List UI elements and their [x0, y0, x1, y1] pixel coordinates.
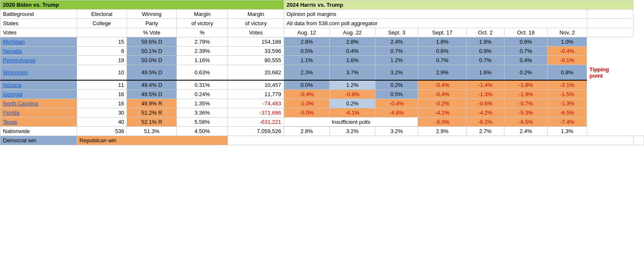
margin-pct-cell: 0.63%	[176, 65, 228, 80]
state-cell[interactable]: Michigan	[0, 37, 77, 47]
aug12-cell: 2.8%	[284, 37, 329, 47]
opinion-polls-sub: All data from 538.com poll aggregator	[284, 19, 587, 28]
state-link[interactable]: Wisconsin	[3, 69, 28, 76]
col-pctvote-label: % Vote	[127, 28, 177, 37]
margin-pct-cell: 5.58%	[176, 117, 228, 126]
tipping-cell: Tippingpoint	[587, 65, 634, 80]
state-cell[interactable]: North Carolina	[0, 99, 77, 108]
nov2-cell: -2.1%	[548, 80, 587, 90]
state-link[interactable]: Pennsylvania	[3, 57, 35, 63]
tipping-cell	[587, 37, 634, 47]
nov2-cell: 1.3%	[548, 126, 587, 136]
state-link[interactable]: Florida	[3, 110, 20, 116]
state-cell[interactable]: Pennsylvania	[0, 56, 77, 65]
state-cell: Nationwide	[0, 126, 77, 136]
aug22-cell: -0.8%	[329, 89, 375, 99]
margin-votes-cell: 10,457	[228, 80, 284, 90]
legend-dem: Democrat win	[0, 136, 77, 145]
sep17-cell: 0.6%	[418, 47, 467, 56]
legend-tipping-empty	[634, 136, 644, 145]
table-row: Florida3051.2% R3.36%-371,686-5.0%-4.1%-…	[0, 108, 644, 117]
sep3-cell: -0.4%	[375, 99, 418, 108]
aug12-cell: 0.5%	[284, 47, 329, 56]
tipping-cell	[587, 89, 634, 99]
table-row: Pennsylvania1950.0% D1.16%80,5551.1%1.6%…	[0, 56, 644, 65]
state-link[interactable]: Texas	[3, 119, 17, 125]
col-battleground-label: Battleground	[0, 10, 77, 19]
nov2-cell: -0.1%	[548, 56, 587, 65]
margin-pct-cell: 2.39%	[176, 47, 228, 56]
state-link[interactable]: Michigan	[3, 39, 25, 45]
nov2-cell: 0.8%	[548, 65, 587, 80]
oct2-cell: 0.9%	[466, 47, 504, 56]
state-link[interactable]: Georgia	[3, 91, 22, 97]
oct2-cell: -1.4%	[466, 80, 504, 90]
col-oct18: Oct. 18	[504, 28, 548, 37]
electoral-cell: 16	[77, 99, 127, 108]
nov2-cell: 1.0%	[548, 37, 587, 47]
winning-cell: 50.6% D	[127, 37, 177, 47]
col-nov2: Nov, 2	[548, 28, 587, 37]
table-row: Georgia1649.5% D0.24%11,779-0.4%-0.8%0.5…	[0, 89, 644, 99]
nov2-cell: -1.5%	[548, 89, 587, 99]
aug22-cell: 2.8%	[329, 37, 375, 47]
oct18-cell: -1.8%	[504, 80, 548, 90]
winning-cell: 51.3%	[127, 126, 177, 136]
col-states-label: States	[0, 19, 77, 28]
oct18-cell: -0.7%	[504, 99, 548, 108]
main-table: 2020 Biden vs. Trump 2024 Harris vs. Tru…	[0, 0, 644, 145]
aug12-cell: 2.3%	[284, 65, 329, 80]
tipping-cell	[587, 56, 634, 65]
col-oct2: Oct. 2	[466, 28, 504, 37]
state-link[interactable]: Nevada	[3, 48, 22, 54]
winning-cell: 49.9% R	[127, 99, 177, 108]
oct2-cell: -0.6%	[466, 99, 504, 108]
margin-pct-cell: 0.31%	[176, 80, 228, 90]
sep3-cell: -4.6%	[375, 108, 418, 117]
date-header-row: Votes % Vote % Votes Aug. 12 Aug. 22 Sep…	[0, 28, 644, 37]
electoral-cell: 19	[77, 56, 127, 65]
margin-pct-cell: 4.50%	[176, 126, 228, 136]
winning-cell: 49.5% D	[127, 65, 177, 80]
margin-pct-cell: 0.24%	[176, 89, 228, 99]
oct18-cell: -6.5%	[504, 117, 548, 126]
electoral-cell: 30	[77, 108, 127, 117]
col-sep3: Sept. 3	[375, 28, 418, 37]
winning-cell: 52.1% R	[127, 117, 177, 126]
state-link[interactable]: Arizona	[3, 82, 21, 88]
nov2-cell: -0.4%	[548, 47, 587, 56]
col-pct-label: %	[176, 28, 228, 37]
state-cell[interactable]: Arizona	[0, 80, 77, 90]
aug22-cell: 1.2%	[329, 80, 375, 90]
state-cell[interactable]: Wisconsin	[0, 65, 77, 80]
oct18-cell: 0.2%	[504, 65, 548, 80]
legend-rep: Republican win	[77, 136, 228, 145]
nov2-cell: -7.4%	[548, 117, 587, 126]
state-cell[interactable]: Texas	[0, 117, 77, 126]
state-link[interactable]: North Carolina	[3, 100, 38, 107]
sep17-cell: -0.4%	[418, 89, 467, 99]
state-cell[interactable]: Nevada	[0, 47, 77, 56]
oct18-cell: 2.4%	[504, 126, 548, 136]
oct18-cell: 0.6%	[504, 37, 548, 47]
oct18-cell: 0.4%	[504, 56, 548, 65]
aug22-cell: 1.6%	[329, 56, 375, 65]
state-cell[interactable]: Georgia	[0, 89, 77, 99]
oct2-cell: 0.7%	[466, 56, 504, 65]
state-cell[interactable]: Florida	[0, 108, 77, 117]
oct2-cell: -1.3%	[466, 89, 504, 99]
aug22-cell: 0.4%	[329, 47, 375, 56]
col-winning-label: Winning	[127, 10, 177, 19]
col-marginvotes-label: Margin	[228, 10, 284, 19]
col-aug12: Aug. 12	[284, 28, 329, 37]
sep17-cell: -4.1%	[418, 108, 467, 117]
sep17-cell: -0.2%	[418, 99, 467, 108]
sep3-cell: 3.2%	[375, 65, 418, 80]
margin-votes-cell: 154,188	[228, 37, 284, 47]
aug12-cell: -0.4%	[284, 89, 329, 99]
tipping-label: Tippingpoint	[590, 66, 609, 79]
sep17-cell: 2.9%	[418, 65, 467, 80]
table-row: North Carolina1649.9% R1.35%-74,483-1.0%…	[0, 99, 644, 108]
aug12-cell: 1.1%	[284, 56, 329, 65]
insufficient-cell: Insufficient polls	[284, 117, 418, 126]
